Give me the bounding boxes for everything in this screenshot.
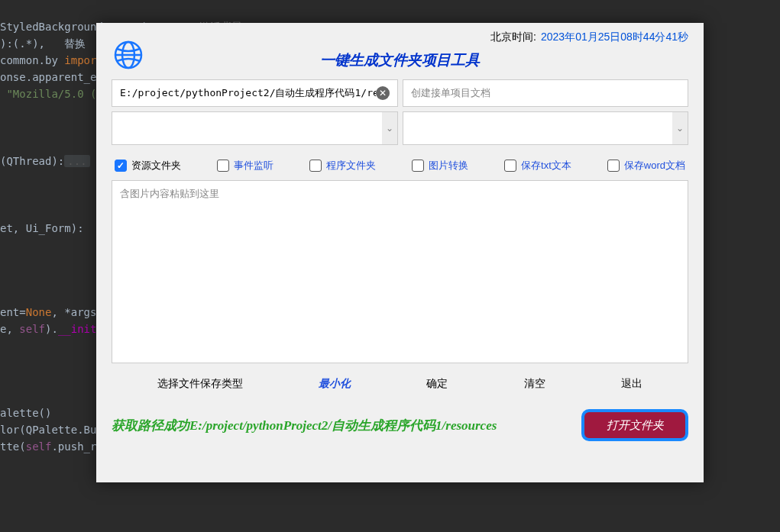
- textarea-placeholder: 含图片内容粘贴到这里: [120, 188, 219, 199]
- checkbox-icon[interactable]: [115, 160, 127, 172]
- time-label: 北京时间:: [490, 31, 536, 44]
- checkbox-icon[interactable]: [217, 160, 229, 172]
- exit-button[interactable]: 退出: [621, 377, 642, 391]
- checkbox-icon[interactable]: [504, 160, 516, 172]
- open-folder-button[interactable]: 打开文件夹: [581, 409, 688, 441]
- save-type-button[interactable]: 选择文件保存类型: [157, 377, 243, 391]
- doc-input-wrapper[interactable]: 创建接单项目文档: [403, 79, 689, 107]
- checkbox-icon[interactable]: [412, 160, 424, 172]
- right-dropdown[interactable]: ⌄: [403, 111, 689, 145]
- checkbox-icon[interactable]: [309, 160, 322, 172]
- checkbox-event-listen[interactable]: 事件监听: [217, 159, 273, 172]
- clear-path-icon[interactable]: ✕: [376, 86, 390, 100]
- checkbox-image-convert[interactable]: 图片转换: [412, 159, 468, 172]
- clear-button[interactable]: 清空: [524, 377, 545, 391]
- checkbox-save-txt[interactable]: 保存txt文本: [504, 159, 571, 172]
- content-textarea[interactable]: 含图片内容粘贴到这里: [112, 180, 688, 363]
- path-input-wrapper[interactable]: ✕: [112, 79, 398, 107]
- left-dropdown[interactable]: ⌄: [112, 111, 398, 145]
- globe-icon: [113, 40, 144, 70]
- header-time: 北京时间: 2023年01月25日08时44分41秒: [96, 23, 704, 44]
- ok-button[interactable]: 确定: [426, 377, 448, 391]
- chevron-down-icon[interactable]: ⌄: [382, 112, 397, 144]
- doc-placeholder: 创建接单项目文档: [411, 86, 490, 100]
- path-input[interactable]: [120, 88, 376, 99]
- chevron-down-icon[interactable]: ⌄: [672, 112, 688, 144]
- checkbox-program-folder[interactable]: 程序文件夹: [309, 159, 376, 172]
- app-title: 一键生成文件夹项目工具: [320, 50, 480, 70]
- time-value: 2023年01月25日08时44分41秒: [541, 31, 688, 44]
- status-message: 获取路径成功E:/project/pythonProject2/自动生成程序代码…: [112, 417, 497, 434]
- checkbox-icon[interactable]: [607, 160, 620, 172]
- app-window: 北京时间: 2023年01月25日08时44分41秒 一键生成文件夹项目工具 ✕…: [96, 23, 704, 482]
- checkbox-save-word[interactable]: 保存word文档: [607, 159, 685, 172]
- minimize-button[interactable]: 最小化: [319, 377, 351, 391]
- checkbox-resource-folder[interactable]: 资源文件夹: [115, 159, 181, 172]
